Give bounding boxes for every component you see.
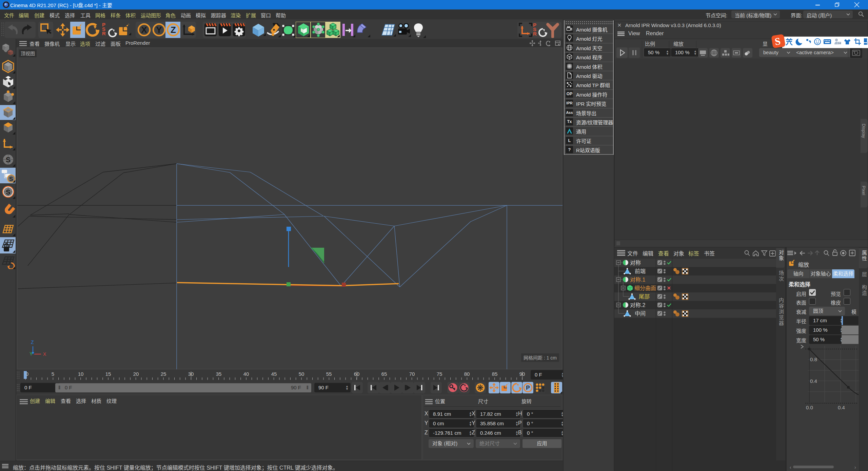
svg-text:X: X xyxy=(141,25,147,35)
svg-text:10: 10 xyxy=(78,371,84,377)
svg-text:0.0: 0.0 xyxy=(806,405,813,410)
svg-text:40: 40 xyxy=(243,371,249,377)
svg-text:30: 30 xyxy=(188,371,194,377)
svg-text:0.4: 0.4 xyxy=(838,405,845,410)
svg-text:Y: Y xyxy=(29,351,33,356)
svg-text:0.4: 0.4 xyxy=(810,378,817,384)
svg-text:60: 60 xyxy=(354,371,360,377)
svg-text:Y: Y xyxy=(156,25,162,35)
svg-text:5: 5 xyxy=(52,371,54,377)
svg-text:90: 90 xyxy=(519,371,525,377)
svg-text:S: S xyxy=(6,188,11,196)
svg-text:对称.1: 对称.1 xyxy=(630,277,645,283)
svg-text:X: X xyxy=(43,351,46,357)
svg-text:Z: Z xyxy=(31,340,34,345)
svg-text:S: S xyxy=(6,156,11,164)
svg-text:15: 15 xyxy=(105,371,111,377)
svg-text:Z: Z xyxy=(171,25,176,35)
svg-text:尾部: 尾部 xyxy=(639,294,650,300)
svg-text:0.8: 0.8 xyxy=(810,356,817,362)
svg-text:P: P xyxy=(526,385,530,391)
svg-text:55: 55 xyxy=(326,371,332,377)
svg-text:50: 50 xyxy=(299,371,304,377)
svg-text:65: 65 xyxy=(381,371,387,377)
svg-text:对称.2: 对称.2 xyxy=(630,302,645,308)
svg-text:前端: 前端 xyxy=(635,268,646,274)
svg-text:35: 35 xyxy=(216,371,222,377)
svg-text:80: 80 xyxy=(464,371,470,377)
svg-text:14: 14 xyxy=(838,42,841,45)
svg-text:75: 75 xyxy=(437,371,442,377)
svg-text:0: 0 xyxy=(26,371,28,377)
svg-text:对称: 对称 xyxy=(630,260,641,266)
svg-text:中间: 中间 xyxy=(635,311,646,316)
svg-text:70: 70 xyxy=(409,371,415,377)
svg-text:细分曲面: 细分曲面 xyxy=(634,285,656,291)
svg-text:S: S xyxy=(9,176,13,182)
svg-text:20: 20 xyxy=(133,371,139,377)
svg-text:45: 45 xyxy=(271,371,277,377)
svg-text:85: 85 xyxy=(492,371,498,377)
svg-text:25: 25 xyxy=(161,371,166,377)
